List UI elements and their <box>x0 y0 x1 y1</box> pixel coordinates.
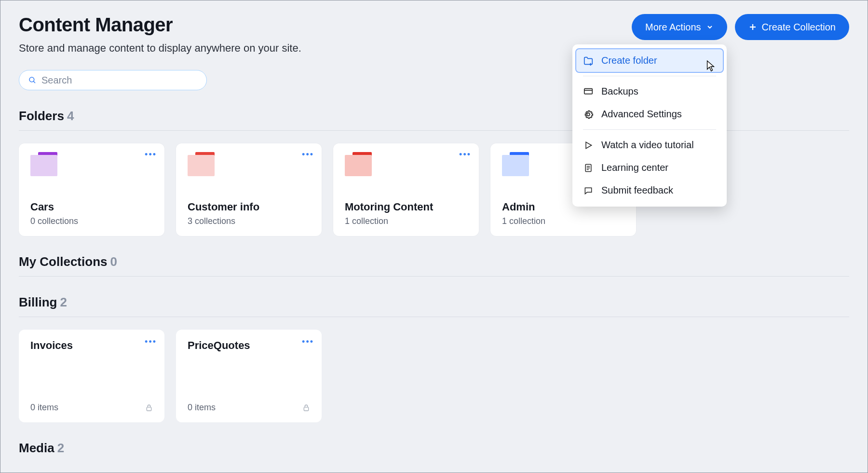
lock-icon <box>145 403 153 412</box>
page-subtitle: Store and manage content to display anyw… <box>19 42 301 55</box>
gear-icon <box>583 109 594 120</box>
media-count: 2 <box>57 441 64 455</box>
menu-learning-center[interactable]: Learning center <box>572 156 727 179</box>
menu-create-folder[interactable]: Create folder <box>576 49 723 72</box>
folder-plus-icon <box>583 56 594 66</box>
menu-submit-feedback[interactable]: Submit feedback <box>572 179 727 202</box>
cursor-icon <box>705 60 716 73</box>
media-section-title: Media2 <box>19 441 849 456</box>
my-collections-section-title: My Collections0 <box>19 254 849 269</box>
stack-icon <box>583 86 594 97</box>
more-actions-label: More Actions <box>645 22 701 33</box>
collection-card[interactable]: ••• PriceQuotes 0 items <box>176 330 322 422</box>
divider <box>19 276 849 277</box>
folder-icon <box>30 155 57 176</box>
collection-label: Invoices <box>30 339 153 352</box>
menu-item-label: Create folder <box>601 55 657 66</box>
svg-rect-4 <box>147 407 151 410</box>
search-input[interactable] <box>41 75 198 86</box>
more-icon[interactable]: ••• <box>145 337 157 346</box>
create-collection-label: Create Collection <box>762 22 836 33</box>
search-field[interactable] <box>19 70 207 90</box>
more-icon[interactable]: ••• <box>302 337 314 346</box>
plus-icon <box>748 23 757 31</box>
svg-rect-5 <box>304 407 308 410</box>
collection-items: 0 items <box>30 403 58 413</box>
menu-item-label: Backups <box>601 86 638 97</box>
folder-icon <box>345 155 372 176</box>
create-collection-button[interactable]: Create Collection <box>735 14 849 40</box>
folder-sub: 1 collection <box>502 216 624 226</box>
search-icon <box>28 76 37 84</box>
folder-card[interactable]: ••• Customer info 3 collections <box>176 143 322 236</box>
more-icon[interactable]: ••• <box>302 150 314 159</box>
menu-divider <box>583 129 716 130</box>
menu-video-tutorial[interactable]: Watch a video tutorial <box>572 134 727 156</box>
collection-card[interactable]: ••• Invoices 0 items <box>19 330 164 422</box>
folder-label: Cars <box>30 201 153 213</box>
more-icon[interactable]: ••• <box>459 150 471 159</box>
folder-sub: 0 collections <box>30 216 153 226</box>
svg-point-10 <box>587 113 590 116</box>
svg-point-2 <box>29 77 34 82</box>
menu-item-label: Learning center <box>601 162 668 173</box>
doc-icon <box>583 163 594 173</box>
svg-line-3 <box>33 81 35 83</box>
more-actions-button[interactable]: More Actions <box>632 14 727 40</box>
more-actions-menu: Create folder Backups Advanced Settings … <box>572 44 727 207</box>
lock-icon <box>302 403 310 412</box>
page-title: Content Manager <box>19 14 301 35</box>
folder-label: Motoring Content <box>345 201 467 213</box>
chat-icon <box>583 185 594 196</box>
collection-label: PriceQuotes <box>188 339 310 352</box>
collection-items: 0 items <box>188 403 216 413</box>
menu-advanced-settings[interactable]: Advanced Settings <box>572 103 727 125</box>
billing-section-title: Billing2 <box>19 295 849 310</box>
play-icon <box>583 140 594 151</box>
folder-card[interactable]: ••• Cars 0 collections <box>19 143 164 236</box>
more-icon[interactable]: ••• <box>145 150 157 159</box>
menu-divider <box>583 76 716 76</box>
menu-item-label: Submit feedback <box>601 185 673 196</box>
menu-item-label: Advanced Settings <box>601 109 682 120</box>
menu-backups[interactable]: Backups <box>572 80 727 103</box>
divider <box>19 317 849 317</box>
menu-item-label: Watch a video tutorial <box>601 139 694 151</box>
billing-count: 2 <box>60 295 67 309</box>
folder-sub: 3 collections <box>188 216 310 226</box>
folder-icon <box>502 155 529 176</box>
folder-card[interactable]: ••• Motoring Content 1 collection <box>333 143 479 236</box>
svg-marker-11 <box>586 142 592 148</box>
folder-sub: 1 collection <box>345 216 467 226</box>
svg-rect-8 <box>584 88 593 94</box>
my-collections-count: 0 <box>110 254 117 269</box>
folder-label: Customer info <box>188 201 310 213</box>
folder-icon <box>188 155 215 176</box>
chevron-down-icon <box>706 23 714 31</box>
folders-count: 4 <box>67 109 74 123</box>
